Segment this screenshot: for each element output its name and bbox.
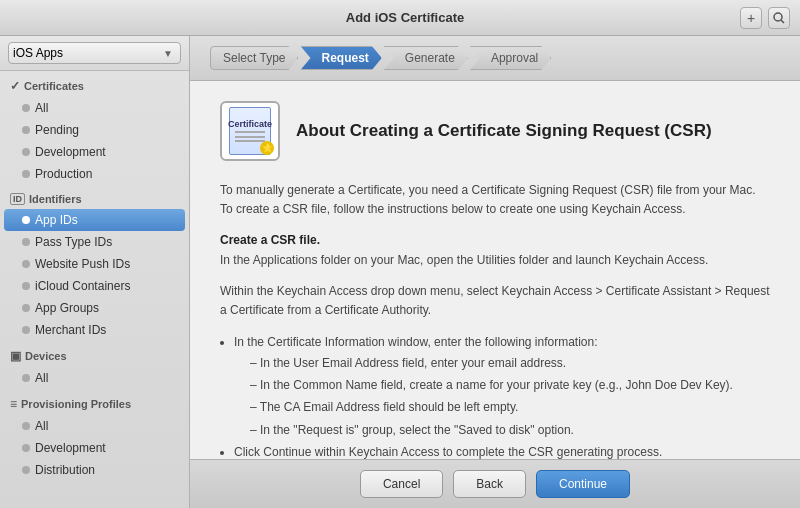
title-bar-actions: + — [740, 7, 790, 29]
bullet-list: In the Certificate Information window, e… — [234, 332, 770, 459]
section-header-provisioning: ≡ Provisioning Profiles — [0, 389, 189, 415]
bullet-item-2: Click Continue within Keychain Access to… — [234, 442, 770, 459]
sub-item-email: In the User Email Address field, enter y… — [250, 353, 770, 373]
dot-icon — [22, 148, 30, 156]
devices-icon: ▣ — [10, 349, 21, 363]
cert-badge-icon: ⭐ — [260, 141, 274, 155]
sidebar-item-app-groups[interactable]: App Groups — [0, 297, 189, 319]
intro-text: To manually generate a Certificate, you … — [220, 181, 770, 219]
sidebar-item-all-devices[interactable]: All — [0, 367, 189, 389]
window-title: Add iOS Certificate — [70, 10, 740, 25]
dot-icon — [22, 304, 30, 312]
cert-header: Certificate ⭐ About Creating a Certifica… — [220, 101, 770, 161]
sidebar-item-website-push-ids[interactable]: Website Push IDs — [0, 253, 189, 275]
section-header-identifiers: ID Identifiers — [0, 185, 189, 209]
sidebar-item-development-profiles[interactable]: Development — [0, 437, 189, 459]
certificates-icon: ✓ — [10, 79, 20, 93]
continue-button[interactable]: Continue — [536, 470, 630, 498]
step-generate: Generate — [384, 46, 468, 70]
dot-icon — [22, 260, 30, 268]
dot-icon — [22, 374, 30, 382]
content-body: Certificate ⭐ About Creating a Certifica… — [190, 81, 800, 459]
csr-header-text: Create a CSR file. In the Applications f… — [220, 231, 770, 269]
step-select-type: Select Type — [210, 46, 298, 70]
content-title: About Creating a Certificate Signing Req… — [296, 121, 712, 141]
sidebar-item-all-profiles[interactable]: All — [0, 415, 189, 437]
step-request: Request — [300, 46, 381, 70]
keychain-instruction: Within the Keychain Access drop down men… — [220, 282, 770, 320]
footer: Cancel Back Continue — [190, 459, 800, 508]
dot-icon — [22, 466, 30, 474]
sidebar-item-pass-type-ids[interactable]: Pass Type IDs — [0, 231, 189, 253]
content-area: Select Type Request Generate Approval Ce… — [190, 36, 800, 508]
sub-list-1: In the User Email Address field, enter y… — [250, 353, 770, 441]
main-layout: iOS Apps Mac Apps ▼ ✓ Certificates All P… — [0, 36, 800, 508]
provisioning-icon: ≡ — [10, 397, 17, 411]
sidebar-item-pending[interactable]: Pending — [0, 119, 189, 141]
dot-icon — [22, 238, 30, 246]
step-approval: Approval — [470, 46, 551, 70]
identifiers-icon: ID — [10, 193, 25, 205]
section-header-devices: ▣ Devices — [0, 341, 189, 367]
sidebar-item-all-certs[interactable]: All — [0, 97, 189, 119]
sidebar-dropdown-wrapper[interactable]: iOS Apps Mac Apps ▼ — [0, 36, 189, 71]
dot-icon — [22, 422, 30, 430]
dot-icon — [22, 326, 30, 334]
search-button[interactable] — [768, 7, 790, 29]
dot-icon — [22, 126, 30, 134]
steps-bar: Select Type Request Generate Approval — [190, 36, 800, 81]
sidebar-item-distribution[interactable]: Distribution — [0, 459, 189, 481]
back-button[interactable]: Back — [453, 470, 526, 498]
sidebar-item-icloud-containers[interactable]: iCloud Containers — [0, 275, 189, 297]
bullet-item-1: In the Certificate Information window, e… — [234, 332, 770, 440]
dot-icon — [22, 104, 30, 112]
sub-item-common-name: In the Common Name field, create a name … — [250, 375, 770, 395]
svg-line-1 — [781, 20, 784, 23]
cert-line1 — [235, 131, 265, 133]
dot-icon — [22, 170, 30, 178]
title-bar: Add iOS Certificate + — [0, 0, 800, 36]
sidebar-item-production[interactable]: Production — [0, 163, 189, 185]
sub-item-ca-email: The CA Email Address field should be lef… — [250, 397, 770, 417]
cancel-button[interactable]: Cancel — [360, 470, 443, 498]
cert-line2 — [235, 136, 265, 138]
cert-line3 — [235, 140, 265, 142]
sidebar-item-merchant-ids[interactable]: Merchant IDs — [0, 319, 189, 341]
sidebar-item-app-ids[interactable]: App IDs — [4, 209, 185, 231]
svg-point-0 — [774, 13, 782, 21]
dot-icon — [22, 282, 30, 290]
sidebar: iOS Apps Mac Apps ▼ ✓ Certificates All P… — [0, 36, 190, 508]
sub-item-request-is: In the "Request is" group, select the "S… — [250, 420, 770, 440]
app-type-select[interactable]: iOS Apps Mac Apps — [8, 42, 181, 64]
section-header-certificates: ✓ Certificates — [0, 71, 189, 97]
certificate-icon: Certificate ⭐ — [220, 101, 280, 161]
dot-icon — [22, 216, 30, 224]
sidebar-item-development-cert[interactable]: Development — [0, 141, 189, 163]
dot-icon — [22, 444, 30, 452]
cert-inner-label: Certificate — [228, 119, 272, 129]
add-button[interactable]: + — [740, 7, 762, 29]
